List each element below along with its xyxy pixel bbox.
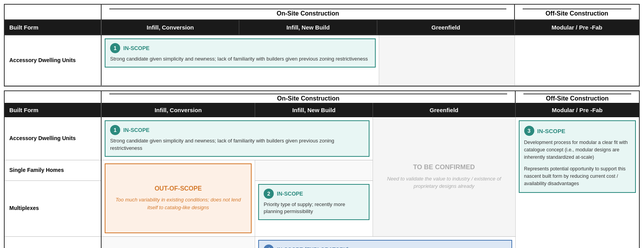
col-header-infill-conv: Infill, Conversion — [102, 20, 239, 35]
badge-1: 1 — [110, 43, 120, 53]
off-site-label: Off-Site Construction — [516, 94, 639, 103]
col-header-built-form: Built Form — [5, 20, 102, 35]
row-single-family-label: Single Family Homes — [4, 160, 101, 180]
adu-scope-body: Strong candidate given simplicity and ne… — [110, 55, 370, 63]
to-be-confirmed-title: TO BE CONFIRMED — [378, 163, 511, 171]
adu-in-scope-body: Strong candidate given simplicity and ne… — [110, 137, 364, 152]
out-of-scope-body: Too much variability in existing conditi… — [110, 196, 246, 211]
modular-in-scope-body2: Represents potential opportunity to supp… — [524, 165, 631, 187]
multiplex-in-scope-title: IN-SCOPE — [277, 191, 303, 197]
col-hdr-built-form: Built Form — [4, 103, 101, 117]
to-be-confirmed-body: Need to validate the value to industry /… — [378, 175, 511, 190]
row-mid-rises-label: Mid-Rises — [4, 236, 101, 248]
badge-3: 3 — [524, 126, 534, 136]
col-hdr-modular: Modular / Pre -Fab — [515, 103, 639, 117]
multiplex-in-scope-body: Priority type of supply; recently more p… — [264, 201, 364, 216]
col-hdr-greenfield: Greenfield — [373, 103, 515, 117]
row-adu-built-form: Accessory Dwelling Units — [4, 117, 101, 160]
badge-2: 2 — [264, 189, 274, 199]
mid-rises-scope-title: IN-SCOPE (EXPLORATORY) — [277, 246, 349, 248]
modular-in-scope-title: IN-SCOPE — [537, 128, 566, 134]
badge-4: 4 — [264, 245, 274, 248]
adu-in-scope-title: IN-SCOPE — [123, 127, 150, 133]
on-site-construction-label: On-Site Construction — [102, 9, 514, 18]
col-header-infill-new: Infill, New Build — [239, 20, 377, 35]
row-multiplexes-label: Multiplexes — [4, 180, 101, 236]
off-site-construction-label: Off-Site Construction — [515, 9, 639, 18]
adu-scope-title: IN-SCOPE — [123, 45, 150, 51]
on-site-label: On-Site Construction — [102, 94, 515, 103]
badge-1: 1 — [110, 125, 120, 135]
out-of-scope-title: OUT-OF-SCOPE — [155, 185, 202, 192]
col-header-greenfield: Greenfield — [377, 20, 515, 35]
col-hdr-infill-conv: Infill, Conversion — [101, 103, 255, 117]
col-hdr-infill-new: Infill, New Build — [255, 103, 373, 117]
row-adu-label: Accessory Dwelling Units — [5, 35, 102, 85]
col-header-modular: Modular / Pre -Fab — [515, 20, 639, 35]
modular-in-scope-body1: Development process for modular a clear … — [524, 139, 631, 161]
